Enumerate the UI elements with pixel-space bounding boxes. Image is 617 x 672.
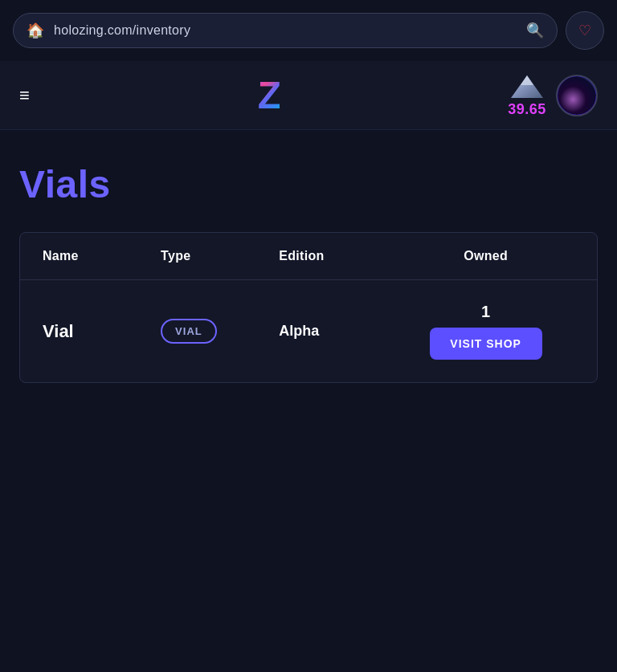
logo-z-letter: Z	[258, 76, 280, 115]
address-bar-wrapper: 🏠 holozing.com/inventory 🔍 ♡	[0, 0, 617, 61]
table-row: Vial VIAL Alpha 1 VISIT SHOP	[20, 280, 597, 382]
header-type: Type	[161, 249, 279, 263]
page-title: Vials	[19, 162, 598, 206]
home-icon: 🏠	[27, 22, 44, 39]
main-content: Vials Name Type Edition Owned Vial VIAL …	[0, 130, 617, 415]
header-name: Name	[43, 249, 161, 263]
header-owned: Owned	[397, 249, 574, 263]
mountain-svg	[508, 74, 546, 100]
currency-amount: 39.65	[508, 101, 546, 118]
cell-type: VIAL	[161, 319, 279, 344]
user-avatar[interactable]	[556, 75, 598, 116]
cell-owned: 1 VISIT SHOP	[397, 303, 574, 360]
table-header: Name Type Edition Owned	[20, 233, 597, 280]
inventory-table: Name Type Edition Owned Vial VIAL Alpha …	[19, 232, 598, 383]
nav-right: 39.65	[508, 72, 598, 118]
cell-item-name: Vial	[43, 321, 161, 342]
vial-type-badge: VIAL	[161, 319, 217, 344]
svg-marker-1	[521, 75, 533, 85]
hamburger-menu-icon[interactable]: ≡	[19, 85, 30, 106]
currency-icon	[508, 72, 546, 101]
currency-container: 39.65	[508, 72, 546, 118]
owned-count: 1	[481, 303, 490, 321]
url-text: holozing.com/inventory	[54, 23, 517, 38]
visit-shop-button[interactable]: VISIT SHOP	[430, 328, 542, 360]
cell-edition: Alpha	[279, 323, 397, 340]
avatar-inner	[558, 76, 596, 115]
header-edition: Edition	[279, 249, 397, 263]
heart-button[interactable]: ♡	[566, 11, 604, 50]
nav-logo: Z	[258, 76, 280, 115]
address-bar[interactable]: 🏠 holozing.com/inventory 🔍	[13, 13, 558, 48]
heart-icon: ♡	[578, 22, 591, 39]
nav-bar: ≡ Z 39.65	[0, 61, 617, 130]
search-icon: 🔍	[526, 22, 544, 39]
